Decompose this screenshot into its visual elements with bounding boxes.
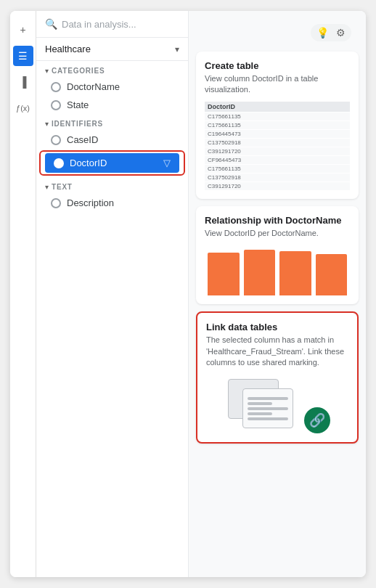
- text-section-header: ▾ TEXT: [36, 177, 188, 194]
- field-caseid-label: CaseID: [67, 134, 98, 145]
- table-row: C137502918: [205, 139, 350, 147]
- field-state[interactable]: State: [36, 96, 188, 114]
- chart-view-button[interactable]: ▐: [13, 72, 33, 92]
- add-icon: +: [20, 24, 25, 36]
- link-visual: 🔗: [206, 375, 348, 433]
- link-badge[interactable]: 🔗: [304, 407, 330, 433]
- table-row: C391291720: [205, 147, 350, 155]
- field-doctorid[interactable]: DoctorID ▽: [45, 153, 179, 173]
- toggle-bar[interactable]: 💡 ⚙: [311, 24, 351, 41]
- create-table-title: Create table: [205, 60, 350, 71]
- bar-2: [244, 250, 276, 295]
- field-description-label: Description: [67, 197, 114, 208]
- field-doctorname-label: DoctorName: [67, 81, 120, 92]
- table-row: C175661135: [205, 121, 350, 129]
- table-row: C196445473: [205, 130, 350, 138]
- table-row: C175661135: [205, 165, 350, 173]
- field-state-label: State: [67, 99, 89, 110]
- create-table-subtitle: View column DoctorID in a table visualiz…: [205, 73, 350, 96]
- table-line-5: [248, 417, 288, 420]
- text-label: TEXT: [52, 183, 73, 191]
- right-panel: 💡 ⚙ Create table View column DoctorID in…: [189, 11, 366, 577]
- filter-icon: ▽: [163, 158, 171, 168]
- dataset-dropdown[interactable]: Healthcare ▾: [36, 38, 188, 61]
- identifiers-label: IDENTIFIERS: [52, 120, 103, 128]
- gear-icon: ⚙: [336, 27, 346, 38]
- active-field-dot-icon: [54, 158, 64, 168]
- identifiers-collapse-icon[interactable]: ▾: [45, 120, 49, 128]
- identifiers-section-header: ▾ IDENTIFIERS: [36, 114, 188, 131]
- field-description[interactable]: Description: [36, 194, 188, 212]
- table-row: CF96445473: [205, 156, 350, 164]
- table-row: C137502918: [205, 173, 350, 181]
- formula-icon: ƒ(x): [16, 104, 30, 113]
- bulb-icon: 💡: [316, 27, 329, 38]
- text-collapse-icon[interactable]: ▾: [45, 183, 49, 191]
- link-data-subtitle: The selected column has a match in 'Heal…: [206, 335, 348, 368]
- left-panel: 🔍 Data in analysis... Healthcare ▾ ▾ CAT…: [36, 11, 189, 577]
- formula-view-button[interactable]: ƒ(x): [13, 98, 33, 118]
- categories-section-header: ▾ CATEGORIES: [36, 61, 188, 78]
- field-dot-icon: [51, 100, 61, 110]
- table-row: C175661135: [205, 113, 350, 121]
- field-caseid[interactable]: CaseID: [36, 131, 188, 149]
- categories-label: CATEGORIES: [52, 67, 105, 75]
- field-doctorname[interactable]: DoctorName: [36, 78, 188, 96]
- bar-chart: [205, 245, 350, 295]
- icon-bar: + ☰ ▐ ƒ(x): [10, 11, 36, 577]
- top-bar: 💡 ⚙: [196, 18, 359, 44]
- field-dot-icon: [51, 82, 61, 92]
- table-header: DoctorID: [205, 102, 350, 112]
- table-line-4: [248, 412, 272, 415]
- chart-icon: ▐: [20, 76, 27, 88]
- dropdown-arrow-icon: ▾: [175, 44, 179, 54]
- search-bar: 🔍 Data in analysis...: [36, 11, 188, 38]
- field-dot-icon: [51, 135, 61, 145]
- table-line-3: [248, 407, 288, 410]
- bar-3: [279, 251, 311, 296]
- add-button[interactable]: +: [13, 20, 33, 40]
- table-icon: ☰: [18, 50, 28, 62]
- categories-collapse-icon[interactable]: ▾: [45, 67, 49, 75]
- relationship-card[interactable]: Relationship with DoctorName View Doctor…: [196, 206, 359, 304]
- search-placeholder[interactable]: Data in analysis...: [62, 19, 136, 30]
- relationship-title: Relationship with DoctorName: [205, 215, 350, 226]
- table-preview: DoctorID C175661135 C175661135 C19644547…: [205, 102, 350, 190]
- table-line-1: [248, 397, 288, 400]
- dataset-label: Healthcare: [45, 44, 91, 54]
- link-data-title: Link data tables: [206, 322, 348, 332]
- table-view-button[interactable]: ☰: [13, 46, 33, 66]
- table-row: C391291720: [205, 182, 350, 190]
- search-icon: 🔍: [45, 18, 57, 30]
- bar-1: [208, 253, 240, 296]
- table-front-icon: [242, 388, 293, 428]
- field-doctorid-label: DoctorID: [70, 158, 107, 168]
- active-field-wrapper: DoctorID ▽: [39, 150, 185, 176]
- field-dot-icon: [51, 198, 61, 208]
- table-line-2: [248, 402, 272, 405]
- bar-4: [316, 254, 348, 295]
- relationship-subtitle: View DoctorID per DoctorName.: [205, 228, 350, 239]
- link-data-card[interactable]: Link data tables The selected column has…: [196, 311, 359, 444]
- create-table-card[interactable]: Create table View column DoctorID in a t…: [196, 52, 359, 199]
